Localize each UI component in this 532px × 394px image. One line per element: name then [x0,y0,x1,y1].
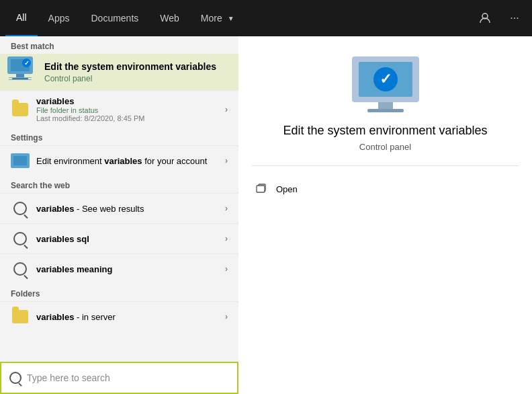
list-item[interactable]: variables - in server › [0,301,238,331]
result-text: variables - See web results [36,204,222,214]
main-content: Best match ✓ [0,36,532,394]
folders-label: Folders [0,284,238,301]
open-action[interactable]: Open [252,177,519,201]
search-bar-text: Type here to search [27,372,110,383]
result-text: variables File folder in status Last mod… [36,96,222,122]
best-match-icon: ✓ [11,61,30,79]
result-text: variables - in server [36,312,222,322]
right-panel: ✓ Edit the system environment variables … [238,36,532,394]
list-item[interactable]: variables meaning › [0,253,238,284]
settings-monitor-icon [11,151,30,170]
best-match-text: Edit the system environment variables Co… [44,61,228,83]
best-match-subtitle: Control panel [44,74,228,83]
tab-apps[interactable]: Apps [38,0,81,36]
tab-all[interactable]: All [5,0,38,36]
result-text: variables meaning [36,264,222,274]
chevron-down-icon: ▼ [228,15,234,22]
top-nav: All Apps Documents Web More ▼ ··· [0,0,532,36]
result-text: Edit environment variables for your acco… [36,156,222,166]
tab-more[interactable]: More ▼ [190,0,245,36]
tab-documents[interactable]: Documents [80,0,149,36]
settings-label: Settings [0,128,238,145]
result-title: Edit environment variables for your acco… [36,156,222,166]
folder-icon [11,307,30,326]
open-label: Open [276,184,298,194]
result-title: variables meaning [36,264,222,274]
chevron-right-icon: › [225,234,228,243]
app-icon-large: ✓ [352,56,419,110]
right-panel-title: Edit the system environment variables [283,124,487,138]
left-panel: Best match ✓ [0,36,238,394]
result-title: variables sql [36,234,222,244]
search-icon [11,260,30,278]
result-title: variables [36,96,222,106]
search-icon [11,229,30,248]
more-options-button[interactable]: ··· [502,6,527,30]
search-web-label: Search the web [0,175,238,193]
search-icon [11,199,30,218]
chevron-right-icon: › [225,105,228,114]
ellipsis-icon: ··· [510,12,519,24]
results-list: Best match ✓ [0,36,238,362]
list-item[interactable]: variables sql › [0,223,238,253]
search-bar-icon [9,372,21,384]
nav-icons: ··· [473,6,527,30]
list-item[interactable]: variables - See web results › [0,193,238,223]
list-item[interactable]: variables File folder in status Last mod… [0,90,238,128]
result-date: Last modified: 8/2/2020, 8:45 PM [36,114,222,122]
best-match-item[interactable]: ✓ Edit the system environment variables … [0,54,238,90]
chevron-right-icon: › [225,264,228,274]
result-title: variables - in server [36,312,222,322]
best-match-title: Edit the system environment variables [44,61,228,73]
user-icon-button[interactable] [473,6,497,30]
result-title: variables - See web results [36,204,222,214]
divider [252,165,519,166]
result-text: variables sql [36,234,222,244]
chevron-right-icon: › [225,312,228,321]
tab-web[interactable]: Web [149,0,190,36]
result-subtitle: File folder in status [36,106,222,114]
list-item[interactable]: Edit environment variables for your acco… [0,145,238,175]
svg-rect-1 [257,186,265,192]
right-panel-subtitle: Control panel [359,142,411,152]
chevron-right-icon: › [225,156,228,165]
folder-icon [11,100,30,119]
search-bar[interactable]: Type here to search [0,362,238,394]
open-icon [255,182,268,196]
best-match-label: Best match [0,36,238,54]
chevron-right-icon: › [225,204,228,213]
